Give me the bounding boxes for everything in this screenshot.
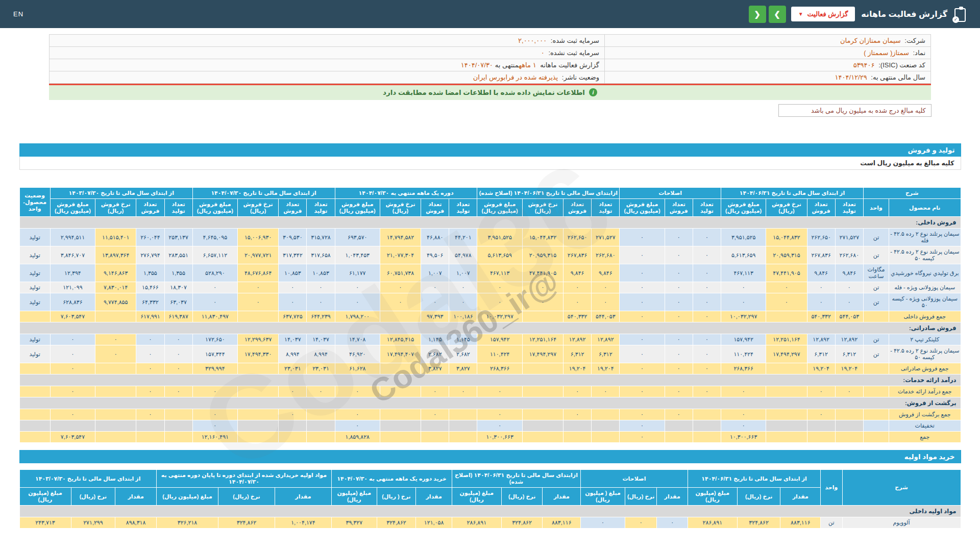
column-group-header: از ابتدای سال مالی تا تاریخ ۱۴۰۴/۰۷/۳۰	[192, 188, 335, 199]
value-cell: ۰	[477, 420, 522, 432]
value-cell	[421, 420, 449, 432]
section-row: مواد اولیه داخلی	[19, 506, 961, 517]
column-header: تعداد تولید	[835, 199, 863, 217]
value-cell	[237, 409, 278, 420]
value-cell: ۳۲۹,۹۹۴	[192, 363, 237, 374]
table-row: برق توليدي نيروگاه خورشيديمگاوات ساعت۹,۸…	[19, 264, 961, 282]
value-cell: ۶۲۸,۸۳۶	[50, 293, 95, 311]
value-cell	[164, 432, 192, 443]
value-cell: ۱۰,۸۵۳	[307, 264, 335, 282]
next-report-button[interactable]: ❯	[769, 6, 786, 23]
value-cell: ۱۹,۲۰۴	[592, 363, 620, 374]
column-header: مبلغ فروش (میلیون ریال)	[721, 199, 766, 217]
value-cell	[164, 409, 192, 420]
unit-cell	[863, 311, 889, 322]
unit-cell: تن	[863, 345, 889, 363]
info-cell: کد صنعت (ISIC): ۵۳۹۴۰۶	[605, 59, 931, 71]
value-cell: ۱۵,۰۴۴,۸۳۲	[522, 229, 563, 246]
value-cell: ۰	[164, 386, 192, 397]
value-cell: ۱۲,۸۹۲	[807, 334, 835, 345]
value-cell	[522, 386, 563, 397]
value-cell: ۶,۳۱۲	[592, 345, 620, 363]
value-cell: ۳,۸۲۷	[449, 363, 477, 374]
value-cell: ۱۳,۸۹۷,۳۶۴	[95, 246, 136, 264]
value-cell: ۸۹۸,۳۱۸	[115, 517, 157, 529]
value-cell	[50, 420, 95, 432]
section-row: درآمد ارائه خدمات:	[19, 374, 961, 386]
value-cell: ۰	[665, 409, 693, 420]
value-cell: ۱,۳۵۵	[136, 264, 164, 282]
unit-cell	[863, 409, 889, 420]
value-cell: ۱,۱۴۵	[421, 334, 449, 345]
value-cell: ۱۲۱,۰۹۹	[50, 282, 95, 293]
column-header: تعداد فروش	[279, 199, 307, 217]
signature-match-banner: i اطلاعات نمایش داده شده با اطلاعات امضا…	[49, 85, 931, 100]
value-cell	[380, 311, 421, 322]
column-header: مقدار	[275, 488, 331, 506]
report-type-dropdown[interactable]: گزارش فعالیت ▼	[791, 7, 855, 21]
status-cell	[19, 311, 50, 322]
info-cell: گزارش فعالیت ماهانه ۱ ماههمنتهی به۱۴۰۴/۰…	[50, 59, 605, 71]
info-cell: سرمایه ثبت شده: ۲,۰۰۰,۰۰۰	[50, 35, 605, 47]
value-cell: ۸,۹۹۴	[279, 345, 307, 363]
value-cell: ۹,۸۴۶	[564, 264, 592, 282]
unit-cell: تن	[863, 293, 889, 311]
value-cell: ۰	[522, 293, 563, 311]
value-cell: ۰	[665, 246, 693, 264]
value-cell: ۰	[421, 386, 449, 397]
value-cell: ۱۱,۸۳۰,۴۹۷	[192, 311, 237, 322]
column-header: نرخ فروش (ریال)	[95, 199, 136, 217]
value-cell: ۶۱,۶۲۸	[335, 363, 380, 374]
value-cell: ۰	[592, 282, 620, 293]
value-cell: ۰	[592, 293, 620, 311]
value-cell: ۱۵,۰۴۴,۸۳۲	[766, 229, 807, 246]
value-cell	[592, 409, 620, 420]
value-cell: ۲۴۳,۷۱۳	[19, 517, 71, 529]
value-cell: ۰	[835, 282, 863, 293]
value-cell: ۰	[279, 293, 307, 311]
value-cell: ۱۲,۲۵۱,۱۶۴	[522, 334, 563, 345]
value-cell: ۲۶۷,۸۳۶	[807, 246, 835, 264]
value-cell: ۴۷,۴۴۱,۹۰۵	[766, 264, 807, 282]
table-row: کلینکر تیپ ۲تن۱۲,۸۹۲۱۲,۸۹۲۱۲,۲۵۱,۱۶۴۱۵۷,…	[19, 334, 961, 345]
info-icon: i	[589, 88, 597, 96]
value-cell: ۰	[693, 282, 721, 293]
value-cell: ۰	[665, 311, 693, 322]
value-cell: ۰	[564, 386, 592, 397]
value-cell: ۰	[477, 293, 522, 311]
column-group-header: ازابتدای سال مالی تا تاریخ ۱۴۰۴/۰۶/۳۱ (ا…	[477, 188, 620, 199]
info-row: نماد: سمتاز( سممتاز )سرمایه ثبت نشده: ۰	[50, 47, 931, 59]
row-label: برق توليدي نيروگاه خورشيدي	[889, 264, 961, 282]
value-cell	[835, 420, 863, 432]
value-cell: ۰	[279, 282, 307, 293]
column-header: تعداد تولید	[307, 199, 335, 217]
language-toggle[interactable]: EN	[13, 10, 23, 18]
unit-cell: تن	[863, 229, 889, 246]
value-cell: ۰	[693, 345, 721, 363]
value-cell	[380, 432, 421, 443]
value-cell	[307, 432, 335, 443]
value-cell: ۰	[620, 345, 665, 363]
value-cell: ۶,۳۱۲	[835, 345, 863, 363]
value-cell	[766, 386, 807, 397]
value-cell: ۱۱۰,۴۲۴	[477, 345, 522, 363]
value-cell	[380, 386, 421, 397]
value-cell: ۰	[620, 246, 665, 264]
previous-report-button[interactable]: ❮	[749, 6, 766, 23]
value-cell: ۱,۰۰۷	[421, 264, 449, 282]
value-cell: ۱۷,۴۹۴,۴۰۷	[380, 345, 421, 363]
value-cell	[237, 432, 278, 443]
column-header: مبلغ فروش (میلیون ریال)	[192, 199, 237, 217]
value-cell: ۱۸,۳۰۷	[164, 282, 192, 293]
value-cell	[95, 386, 136, 397]
column-header: مقدار	[115, 488, 157, 506]
table-row: سیمان پوزولانی ویژه - فلهتن۰۰۰۰۰۰۰۰۰۰۰۰۰…	[19, 282, 961, 293]
value-cell: ۰	[164, 363, 192, 374]
value-cell	[237, 363, 278, 374]
value-cell: ۵۴۴,۰۵۳	[592, 311, 620, 322]
info-cell: شرکت: سیمان ممتازان کرمان	[605, 35, 931, 47]
column-header: تعداد تولید	[693, 199, 721, 217]
column-header: واحد	[821, 470, 842, 506]
info-cell: وضعیت ناشر: پذیرفته شده در فرابورس ایران	[50, 71, 605, 84]
row-label: سیمان پوزولانی ویژه - کیسه ۵۰	[889, 293, 961, 311]
